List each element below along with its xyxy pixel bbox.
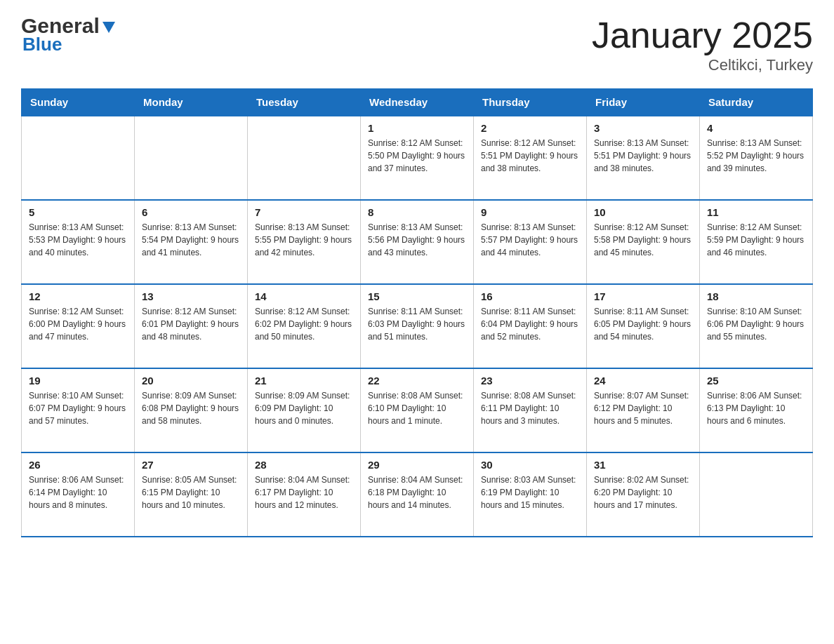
calendar-header-row: SundayMondayTuesdayWednesdayThursdayFrid…	[22, 89, 813, 116]
day-number: 7	[255, 206, 353, 218]
week-row-2: 5Sunrise: 8:13 AM Sunset: 5:53 PM Daylig…	[22, 200, 813, 284]
day-info: Sunrise: 8:13 AM Sunset: 5:54 PM Dayligh…	[142, 221, 240, 259]
day-cell: 14Sunrise: 8:12 AM Sunset: 6:02 PM Dayli…	[248, 284, 361, 368]
day-info: Sunrise: 8:12 AM Sunset: 5:51 PM Dayligh…	[481, 137, 579, 175]
day-cell: 16Sunrise: 8:11 AM Sunset: 6:04 PM Dayli…	[474, 284, 587, 368]
calendar-title: January 2025	[592, 14, 813, 56]
day-cell: 8Sunrise: 8:13 AM Sunset: 5:56 PM Daylig…	[361, 200, 474, 284]
day-number: 14	[255, 290, 353, 302]
day-cell: 12Sunrise: 8:12 AM Sunset: 6:00 PM Dayli…	[22, 284, 135, 368]
day-cell	[248, 116, 361, 200]
day-cell	[700, 452, 813, 537]
day-cell: 27Sunrise: 8:05 AM Sunset: 6:15 PM Dayli…	[135, 452, 248, 537]
day-cell: 20Sunrise: 8:09 AM Sunset: 6:08 PM Dayli…	[135, 368, 248, 452]
week-row-5: 26Sunrise: 8:06 AM Sunset: 6:14 PM Dayli…	[22, 452, 813, 537]
day-cell	[135, 116, 248, 200]
day-cell	[22, 116, 135, 200]
day-number: 1	[368, 122, 466, 134]
day-info: Sunrise: 8:10 AM Sunset: 6:06 PM Dayligh…	[707, 305, 805, 343]
day-info: Sunrise: 8:11 AM Sunset: 6:03 PM Dayligh…	[368, 305, 466, 343]
day-info: Sunrise: 8:06 AM Sunset: 6:13 PM Dayligh…	[707, 389, 805, 427]
day-cell: 19Sunrise: 8:10 AM Sunset: 6:07 PM Dayli…	[22, 368, 135, 452]
day-info: Sunrise: 8:13 AM Sunset: 5:56 PM Dayligh…	[368, 221, 466, 259]
day-info: Sunrise: 8:12 AM Sunset: 5:50 PM Dayligh…	[368, 137, 466, 175]
day-info: Sunrise: 8:10 AM Sunset: 6:07 PM Dayligh…	[29, 389, 127, 427]
day-cell: 2Sunrise: 8:12 AM Sunset: 5:51 PM Daylig…	[474, 116, 587, 200]
header: General Blue January 2025 Celtikci, Turk…	[21, 14, 813, 74]
day-number: 19	[29, 375, 127, 387]
day-cell: 23Sunrise: 8:08 AM Sunset: 6:11 PM Dayli…	[474, 368, 587, 452]
header-tuesday: Tuesday	[248, 89, 361, 116]
day-number: 18	[707, 290, 805, 302]
day-number: 9	[481, 206, 579, 218]
header-wednesday: Wednesday	[361, 89, 474, 116]
day-number: 22	[368, 375, 466, 387]
day-number: 4	[707, 122, 805, 134]
svg-marker-0	[102, 22, 115, 33]
header-sunday: Sunday	[22, 89, 135, 116]
header-thursday: Thursday	[474, 89, 587, 116]
day-cell: 26Sunrise: 8:06 AM Sunset: 6:14 PM Dayli…	[22, 452, 135, 537]
day-number: 6	[142, 206, 240, 218]
week-row-3: 12Sunrise: 8:12 AM Sunset: 6:00 PM Dayli…	[22, 284, 813, 368]
day-cell: 22Sunrise: 8:08 AM Sunset: 6:10 PM Dayli…	[361, 368, 474, 452]
day-number: 2	[481, 122, 579, 134]
header-saturday: Saturday	[700, 89, 813, 116]
day-info: Sunrise: 8:04 AM Sunset: 6:18 PM Dayligh…	[368, 474, 466, 511]
day-cell: 1Sunrise: 8:12 AM Sunset: 5:50 PM Daylig…	[361, 116, 474, 200]
week-row-1: 1Sunrise: 8:12 AM Sunset: 5:50 PM Daylig…	[22, 116, 813, 200]
day-cell: 11Sunrise: 8:12 AM Sunset: 5:59 PM Dayli…	[700, 200, 813, 284]
day-info: Sunrise: 8:02 AM Sunset: 6:20 PM Dayligh…	[594, 474, 692, 511]
day-number: 29	[368, 459, 466, 471]
day-info: Sunrise: 8:13 AM Sunset: 5:53 PM Dayligh…	[29, 221, 127, 259]
day-number: 3	[594, 122, 692, 134]
day-cell: 5Sunrise: 8:13 AM Sunset: 5:53 PM Daylig…	[22, 200, 135, 284]
logo-blue: Blue	[22, 34, 62, 55]
day-cell: 7Sunrise: 8:13 AM Sunset: 5:55 PM Daylig…	[248, 200, 361, 284]
day-info: Sunrise: 8:13 AM Sunset: 5:52 PM Dayligh…	[707, 137, 805, 175]
day-info: Sunrise: 8:05 AM Sunset: 6:15 PM Dayligh…	[142, 474, 240, 511]
day-cell: 15Sunrise: 8:11 AM Sunset: 6:03 PM Dayli…	[361, 284, 474, 368]
day-number: 16	[481, 290, 579, 302]
day-info: Sunrise: 8:06 AM Sunset: 6:14 PM Dayligh…	[29, 474, 127, 511]
day-number: 30	[481, 459, 579, 471]
logo: General Blue	[21, 14, 117, 55]
calendar-table: SundayMondayTuesdayWednesdayThursdayFrid…	[21, 88, 813, 537]
day-cell: 31Sunrise: 8:02 AM Sunset: 6:20 PM Dayli…	[587, 452, 700, 537]
day-number: 5	[29, 206, 127, 218]
day-number: 27	[142, 459, 240, 471]
day-cell: 17Sunrise: 8:11 AM Sunset: 6:05 PM Dayli…	[587, 284, 700, 368]
day-info: Sunrise: 8:04 AM Sunset: 6:17 PM Dayligh…	[255, 474, 353, 511]
day-info: Sunrise: 8:11 AM Sunset: 6:05 PM Dayligh…	[594, 305, 692, 343]
day-number: 15	[368, 290, 466, 302]
day-info: Sunrise: 8:13 AM Sunset: 5:51 PM Dayligh…	[594, 137, 692, 175]
day-number: 11	[707, 206, 805, 218]
day-cell: 9Sunrise: 8:13 AM Sunset: 5:57 PM Daylig…	[474, 200, 587, 284]
day-number: 12	[29, 290, 127, 302]
calendar-subtitle: Celtikci, Turkey	[592, 56, 813, 74]
day-cell: 13Sunrise: 8:12 AM Sunset: 6:01 PM Dayli…	[135, 284, 248, 368]
day-number: 8	[368, 206, 466, 218]
day-info: Sunrise: 8:09 AM Sunset: 6:08 PM Dayligh…	[142, 389, 240, 427]
logo-triangle-icon	[101, 19, 117, 34]
day-cell: 29Sunrise: 8:04 AM Sunset: 6:18 PM Dayli…	[361, 452, 474, 537]
day-cell: 28Sunrise: 8:04 AM Sunset: 6:17 PM Dayli…	[248, 452, 361, 537]
header-monday: Monday	[135, 89, 248, 116]
day-number: 20	[142, 375, 240, 387]
day-number: 28	[255, 459, 353, 471]
day-number: 26	[29, 459, 127, 471]
day-cell: 6Sunrise: 8:13 AM Sunset: 5:54 PM Daylig…	[135, 200, 248, 284]
day-info: Sunrise: 8:08 AM Sunset: 6:11 PM Dayligh…	[481, 389, 579, 427]
day-info: Sunrise: 8:13 AM Sunset: 5:57 PM Dayligh…	[481, 221, 579, 259]
day-cell: 21Sunrise: 8:09 AM Sunset: 6:09 PM Dayli…	[248, 368, 361, 452]
day-info: Sunrise: 8:03 AM Sunset: 6:19 PM Dayligh…	[481, 474, 579, 511]
day-info: Sunrise: 8:07 AM Sunset: 6:12 PM Dayligh…	[594, 389, 692, 427]
day-info: Sunrise: 8:12 AM Sunset: 6:02 PM Dayligh…	[255, 305, 353, 343]
day-number: 13	[142, 290, 240, 302]
day-cell: 3Sunrise: 8:13 AM Sunset: 5:51 PM Daylig…	[587, 116, 700, 200]
day-cell: 4Sunrise: 8:13 AM Sunset: 5:52 PM Daylig…	[700, 116, 813, 200]
day-info: Sunrise: 8:11 AM Sunset: 6:04 PM Dayligh…	[481, 305, 579, 343]
header-friday: Friday	[587, 89, 700, 116]
day-info: Sunrise: 8:08 AM Sunset: 6:10 PM Dayligh…	[368, 389, 466, 427]
day-info: Sunrise: 8:13 AM Sunset: 5:55 PM Dayligh…	[255, 221, 353, 259]
